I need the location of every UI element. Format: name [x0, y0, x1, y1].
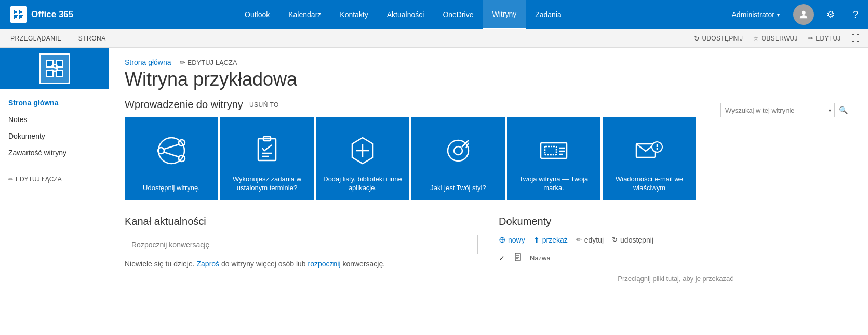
page-title: Witryna przykładowa	[125, 69, 852, 90]
follow-label: OBSERWUJ	[762, 35, 798, 42]
sidebar-item-strona-glowna[interactable]: Strona główna	[0, 95, 109, 111]
admin-label: Administrator	[732, 10, 774, 19]
tile-add[interactable]: Dodaj listy, biblioteki i inne aplikacje…	[316, 117, 409, 200]
tile-email-icon	[603, 132, 696, 169]
fullscreen-icon: ⛶	[851, 34, 860, 43]
docs-new-label: nowy	[508, 236, 525, 244]
docs-title: Dokumenty	[499, 216, 852, 227]
docs-table-header: ✓ Nazwa	[499, 250, 852, 266]
tile-tasks[interactable]: Wykonujesz zadania w ustalonym terminie?	[220, 117, 314, 200]
nav-kontakty[interactable]: Kontakty	[330, 0, 377, 29]
tile-tasks-icon	[220, 132, 314, 169]
svg-text:S: S	[50, 61, 58, 74]
tiles-row: Udostępnij witrynę. Wykonujesz zadania	[125, 117, 852, 200]
settings-icon: ⚙	[826, 9, 835, 20]
search-submit-button[interactable]: 🔍	[834, 103, 852, 117]
start-link[interactable]: rozpocznij	[308, 260, 341, 268]
docs-actions: ⊕ nowy ⬆ przekaż ✏ edytuj ↻ udostępnij	[499, 235, 852, 245]
conversation-input[interactable]	[125, 235, 478, 254]
ribbon-share-btn[interactable]: ↻ UDOSTĘPNIJ	[693, 34, 743, 43]
edit-links-btn-label: EDYTUJ ŁĄCZA	[188, 59, 237, 66]
sidebar-item-zawartosc[interactable]: Zawartość witryny	[0, 144, 109, 161]
tile-tasks-label: Wykonujesz zadania w ustalonym terminie?	[220, 175, 314, 193]
content-area: ▾ 🔍 Strona główna ✏ EDYTUJ ŁĄCZA Witryna…	[109, 48, 868, 335]
ribbon-follow-btn[interactable]: ☆ OBSERWUJ	[753, 35, 798, 42]
ribbon-fullscreen-btn[interactable]: ⛶	[851, 34, 860, 43]
nav-witryny[interactable]: Witryny	[483, 0, 526, 29]
sidebar-nav: Strona główna Notes Dokumenty Zawartość …	[0, 89, 109, 166]
main-container: S Strona główna Notes Dokumenty Zawartoś…	[0, 48, 868, 335]
star-icon: ☆	[753, 35, 759, 42]
nav-aktualnosci[interactable]: Aktualności	[378, 0, 434, 29]
tile-style-icon	[411, 132, 505, 169]
svg-rect-40	[545, 146, 556, 155]
search-input[interactable]	[721, 104, 825, 117]
nav-right: Administrator ▾ ⚙ ?	[723, 0, 868, 29]
tile-email[interactable]: Wiadomości e-mail we właściwym	[603, 117, 696, 200]
docs-section: Dokumenty ⊕ nowy ⬆ przekaż ✏ edytuj	[499, 216, 852, 291]
feed-info-middle: do witryny więcej osób lub	[219, 260, 308, 268]
tile-style-label: Jaki jest Twój styl?	[425, 184, 491, 193]
feed-section: Kanał aktualności Niewiele się tu dzieje…	[125, 216, 478, 291]
docs-col-check: ✓	[499, 254, 509, 262]
docs-edit-label: edytuj	[584, 236, 604, 244]
svg-rect-8	[15, 11, 17, 13]
docs-new-button[interactable]: ⊕ nowy	[499, 235, 525, 245]
edit-label: EDYTUJ	[816, 35, 840, 42]
docs-col-icon	[514, 253, 525, 263]
avatar[interactable]	[793, 4, 814, 25]
plus-circle-icon: ⊕	[499, 235, 505, 245]
invite-link[interactable]: Zaproś	[197, 260, 220, 268]
svg-point-12	[802, 11, 805, 15]
edit-links-button[interactable]: ✏ EDYTUJ ŁĄCZA	[180, 59, 237, 66]
nav-links: Outlook Kalendarz Kontakty Aktualności O…	[84, 0, 722, 29]
settings-button[interactable]: ⚙	[818, 0, 843, 29]
feed-info-before: Niewiele się tu dzieje.	[125, 260, 197, 268]
ribbon-edit-btn[interactable]: ✏ EDYTUJ	[808, 35, 841, 42]
upload-icon: ⬆	[533, 236, 540, 244]
intro-title: Wprowadzenie do witryny	[125, 99, 243, 111]
ribbon-tab-przegladanie[interactable]: PRZEGLĄDANIE	[8, 29, 64, 48]
feed-title: Kanał aktualności	[125, 216, 478, 227]
nav-outlook[interactable]: Outlook	[235, 0, 279, 29]
breadcrumb[interactable]: Strona główna	[125, 58, 171, 66]
top-navigation: Office 365 Outlook Kalendarz Kontakty Ak…	[0, 0, 868, 29]
docs-edit-button[interactable]: ✏ edytuj	[576, 236, 604, 244]
ribbon-tab-strona[interactable]: STRONA	[76, 29, 108, 48]
tile-share[interactable]: Udostępnij witrynę.	[125, 117, 218, 200]
search-dropdown-button[interactable]: ▾	[825, 105, 834, 116]
ribbon: PRZEGLĄDANIE STRONA ↻ UDOSTĘPNIJ ☆ OBSER…	[0, 29, 868, 48]
bottom-section: Kanał aktualności Niewiele się tu dzieje…	[125, 216, 852, 291]
nav-onedrive[interactable]: OneDrive	[433, 0, 483, 29]
admin-menu[interactable]: Administrator ▾	[723, 0, 789, 29]
svg-rect-11	[20, 16, 22, 18]
pencil-icon: ✏	[808, 35, 813, 42]
share-docs-icon: ↻	[612, 236, 618, 244]
sidebar-item-notes[interactable]: Notes	[0, 111, 109, 128]
sidebar-edit-links[interactable]: ✏ EDYTUJ ŁĄCZA	[0, 170, 109, 188]
app-logo[interactable]: Office 365	[0, 0, 84, 29]
sidebar-item-dokumenty[interactable]: Dokumenty	[0, 128, 109, 144]
nav-zadania[interactable]: Zadania	[526, 0, 571, 29]
tile-brand[interactable]: Twoja witryna — Twoja marka.	[507, 117, 600, 200]
feed-info: Niewiele się tu dzieje. Zaproś do witryn…	[125, 260, 478, 268]
search-box: ▾ 🔍	[720, 103, 852, 117]
remove-intro-button[interactable]: USUŃ TO	[249, 101, 279, 109]
page-header: Strona główna ✏ EDYTUJ ŁĄCZA	[125, 58, 852, 66]
tile-brand-label: Twoja witryna — Twoja marka.	[507, 175, 600, 193]
share-icon: ↻	[693, 34, 700, 43]
docs-share-button[interactable]: ↻ udostępnij	[612, 236, 653, 244]
pencil-icon: ✏	[180, 59, 185, 66]
nav-kalendarz[interactable]: Kalendarz	[279, 0, 330, 29]
site-logo-box: S	[0, 48, 109, 89]
tile-email-label: Wiadomości e-mail we właściwym	[603, 175, 696, 193]
tile-brand-icon	[507, 132, 600, 169]
help-icon: ?	[853, 9, 858, 20]
site-logo: S	[39, 53, 70, 84]
tile-style[interactable]: Jaki jest Twój styl?	[411, 117, 505, 200]
help-button[interactable]: ?	[843, 0, 868, 29]
tile-add-icon	[316, 132, 409, 169]
docs-upload-button[interactable]: ⬆ przekaż	[533, 236, 568, 244]
svg-point-36	[454, 146, 462, 155]
app-name: Office 365	[31, 9, 73, 20]
